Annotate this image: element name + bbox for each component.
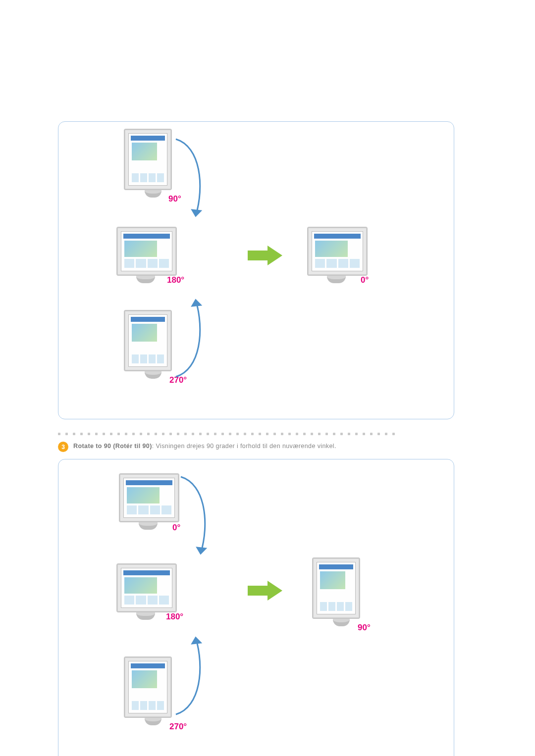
content-column: 90° 180° 270° 0° xyxy=(58,121,454,756)
curve-arrow-icon xyxy=(176,474,215,558)
angle-label-90b: 90° xyxy=(358,623,371,633)
figure-inner: 90° 180° 270° 0° xyxy=(64,132,441,409)
figure-rotate-to-0: 90° 180° 270° 0° xyxy=(58,121,454,419)
figure-rotate-to-90: 0° 180° 270° 90° xyxy=(58,459,454,756)
angle-label-270b: 270° xyxy=(169,722,187,732)
document-page: 90° 180° 270° 0° xyxy=(0,0,535,756)
step-3-text: Rotate to 90 (Rotér til 90): Visningen d… xyxy=(73,441,336,451)
figure-inner: 0° 180° 270° 90° xyxy=(64,469,441,756)
monitor-0: 0° xyxy=(307,227,366,283)
svg-marker-3 xyxy=(197,548,206,554)
svg-marker-4 xyxy=(192,638,201,644)
angle-label-180b: 180° xyxy=(166,612,183,622)
monitor-90b: 90° xyxy=(312,557,371,626)
svg-marker-5 xyxy=(248,581,282,601)
monitor-0b: 0° xyxy=(119,473,177,530)
svg-marker-2 xyxy=(248,246,282,265)
arrow-right-icon xyxy=(248,246,282,265)
curve-arrow-icon xyxy=(171,633,211,717)
angle-label-180: 180° xyxy=(167,275,184,285)
step-bullet-3: 3 xyxy=(58,442,68,452)
step-3-title-local: (Rotér til 90) xyxy=(113,443,152,450)
curve-arrow-icon xyxy=(171,137,211,221)
monitor-180b: 180° xyxy=(116,563,175,620)
step-3-title-en: Rotate to 90 xyxy=(73,443,111,450)
divider-dots xyxy=(58,428,454,437)
monitor-180: 180° xyxy=(116,227,175,283)
svg-marker-1 xyxy=(192,300,201,306)
svg-marker-0 xyxy=(192,210,201,216)
arrow-right-icon xyxy=(248,581,282,601)
step-3-desc: : Visningen drejes 90 grader i forhold t… xyxy=(152,443,336,450)
angle-label-0: 0° xyxy=(361,275,369,285)
curve-arrow-icon xyxy=(171,295,211,379)
step-3: 3 Rotate to 90 (Rotér til 90): Visningen… xyxy=(58,441,454,452)
